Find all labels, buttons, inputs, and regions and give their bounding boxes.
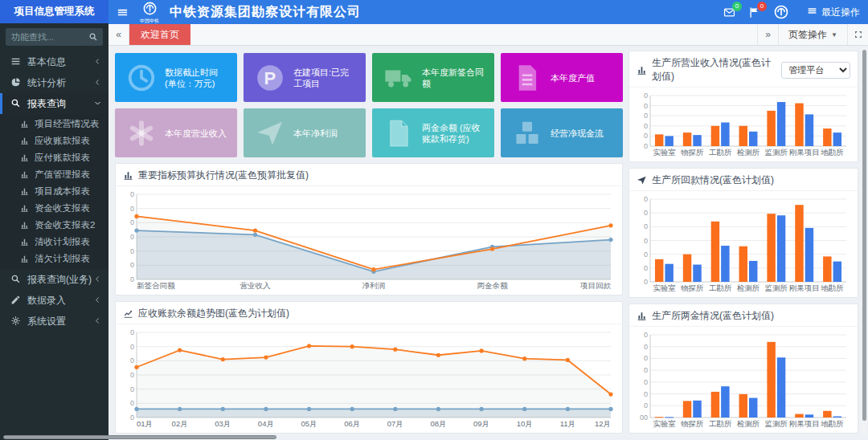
hamburger-icon[interactable] bbox=[108, 0, 136, 24]
sidebar-subitem-6[interactable]: 资金收支报表2 bbox=[0, 217, 108, 234]
sidebar-subitem-3[interactable]: 产值管理报表 bbox=[0, 166, 108, 183]
svg-text:项目回款: 项目回款 bbox=[579, 281, 612, 290]
svg-text:新签合同额: 新签合同额 bbox=[137, 281, 175, 290]
tab-welcome-home[interactable]: 欢迎首页 bbox=[129, 24, 190, 45]
svg-text:0: 0 bbox=[130, 275, 134, 283]
sidebar-subitem-label: 资金收支报表2 bbox=[35, 219, 95, 231]
svg-text:0: 0 bbox=[644, 122, 648, 130]
sidebar-submenu: 项目经营情况表应收账款报表应付账款报表产值管理报表项目成本报表资金收支报表资金收… bbox=[0, 114, 108, 269]
fullscreen-toggle-icon[interactable] bbox=[847, 24, 868, 45]
left-column: 数据截止时间(单位：万元)P在建项目:已完工项目本年度新签合同额本年度产值本年度… bbox=[115, 51, 623, 434]
svg-text:实验室: 实验室 bbox=[653, 148, 676, 157]
sidebar-subitem-5[interactable]: 资金收支报表 bbox=[0, 200, 108, 217]
svg-text:0: 0 bbox=[130, 261, 134, 269]
svg-text:0: 0 bbox=[644, 195, 648, 203]
bar-chart-icon bbox=[20, 187, 29, 196]
bar-chart-icon bbox=[20, 153, 29, 162]
svg-text:0: 0 bbox=[644, 112, 648, 120]
platform-select[interactable]: 管理平台 bbox=[781, 62, 850, 79]
prod-revenue-chart: 000000实验室物探所工勘所检测所监测所刚果项目地勘所 bbox=[633, 89, 853, 158]
sidebar-subitem-1[interactable]: 应收账款报表 bbox=[0, 132, 108, 149]
svg-text:04月: 04月 bbox=[258, 419, 274, 428]
mail-icon[interactable]: 0 bbox=[723, 6, 735, 18]
bar-chart-icon bbox=[637, 65, 647, 75]
svg-text:检测所: 检测所 bbox=[737, 419, 760, 428]
kpi-card-label: 本年度营业收入 bbox=[165, 128, 227, 139]
panel-receivable-trend: 应收账款余额趋势图(蓝色为计划值) 000000001月02月03月04月05月… bbox=[115, 301, 623, 434]
svg-text:监测所: 监测所 bbox=[765, 148, 788, 157]
gear-icon bbox=[10, 316, 21, 326]
sidebar-subitem-7[interactable]: 清收计划报表 bbox=[0, 234, 108, 251]
kpi-card-6[interactable]: 两金余额 (应收账款和存货) bbox=[372, 108, 494, 157]
kpi-card-1[interactable]: P在建项目:已完工项目 bbox=[244, 53, 366, 102]
bars-icon bbox=[807, 6, 817, 16]
topbar-right: 0 0 最近操作 bbox=[723, 4, 860, 20]
company-logo: 中国中铁 bbox=[136, 1, 163, 23]
panel-prod-revenue: 生产所营业收入情况(蓝色计划值) 管理平台 000000实验室物探所工勘所检测所… bbox=[628, 51, 858, 162]
svg-text:0: 0 bbox=[644, 142, 648, 150]
sidebar-item-1[interactable]: 统计分析 bbox=[0, 72, 108, 93]
scroll-tabs-right-button[interactable]: » bbox=[757, 24, 778, 45]
sidebar-item-2[interactable]: 报表查询 bbox=[0, 93, 108, 114]
svg-text:0: 0 bbox=[130, 233, 134, 241]
sidebar-subitem-4[interactable]: 项目成本报表 bbox=[0, 183, 108, 200]
scroll-tabs-left-button[interactable]: « bbox=[108, 24, 129, 45]
sidebar-item-3[interactable]: 报表查询(业务) bbox=[0, 269, 108, 290]
sidebar-subitem-label: 项目成本报表 bbox=[35, 185, 90, 198]
emblem-icon[interactable] bbox=[773, 4, 789, 20]
kpi-card-5[interactable]: 本年净利润 bbox=[244, 108, 366, 157]
search-input[interactable] bbox=[6, 28, 84, 46]
kpi-card-3[interactable]: 本年度产值 bbox=[501, 53, 623, 102]
tab-operations-dropdown[interactable]: 页签操作 ▼ bbox=[778, 24, 847, 45]
kpi-card-label: 两金余额 (应收账款和存货) bbox=[422, 122, 486, 145]
expand-icon bbox=[854, 30, 863, 39]
emblem-icon bbox=[142, 1, 158, 16]
sidebar-item-label: 报表查询(业务) bbox=[27, 273, 94, 287]
flag-icon[interactable]: 0 bbox=[748, 6, 760, 18]
svg-text:0: 0 bbox=[644, 390, 648, 398]
mail-badge: 0 bbox=[732, 2, 742, 11]
horizontal-scrollbar-thumb[interactable] bbox=[3, 435, 276, 439]
sidebar-subitem-0[interactable]: 项目经营情况表 bbox=[0, 116, 108, 132]
sidebar-item-5[interactable]: 系统设置 bbox=[0, 311, 108, 332]
svg-text:06月: 06月 bbox=[344, 419, 360, 428]
svg-text:09月: 09月 bbox=[473, 419, 489, 428]
sidebar-subitem-2[interactable]: 应付账款报表 bbox=[0, 149, 108, 166]
svg-text:监测所: 监测所 bbox=[765, 283, 788, 292]
kpi-card-label: 本年度产值 bbox=[551, 72, 595, 84]
bar-chart-icon bbox=[20, 136, 29, 145]
bar-chart-icon bbox=[20, 170, 29, 179]
kpi-card-4[interactable]: 本年度营业收入 bbox=[115, 108, 237, 157]
flag-badge: 0 bbox=[757, 2, 767, 11]
bar-chart-icon bbox=[123, 170, 133, 181]
vertical-scrollbar-thumb[interactable] bbox=[862, 50, 866, 421]
svg-text:检测所: 检测所 bbox=[737, 148, 760, 157]
prod-two-funds-chart: 000000000实验室物探所工勘所检测所监测所刚果项目地勘所 bbox=[633, 328, 853, 430]
sidebar-item-4[interactable]: 数据录入 bbox=[0, 290, 108, 311]
document-icon bbox=[512, 63, 542, 93]
svg-text:0: 0 bbox=[644, 401, 648, 409]
svg-text:0: 0 bbox=[130, 399, 134, 407]
sidebar-item-0[interactable]: 基本信息 bbox=[0, 51, 108, 72]
svg-text:地勘所: 地勘所 bbox=[820, 148, 844, 157]
sidebar-item-label: 报表查询 bbox=[27, 97, 94, 111]
chevron-left-icon bbox=[94, 79, 101, 86]
sidebar-subitem-label: 应收账款报表 bbox=[35, 135, 90, 147]
receivable-trend-chart: 000000001月02月03月04月05月06月07月08月09月10月11月… bbox=[119, 326, 617, 430]
sidebar-subitem-8[interactable]: 清欠计划报表 bbox=[0, 251, 108, 267]
recent-operations-button[interactable]: 最近操作 bbox=[807, 6, 860, 19]
search-icon[interactable] bbox=[84, 28, 103, 46]
kpi-card-7[interactable]: 经营净现金流 bbox=[501, 108, 623, 157]
line-chart-icon bbox=[123, 308, 133, 319]
bar-chart-icon bbox=[637, 65, 647, 75]
svg-text:07月: 07月 bbox=[387, 419, 403, 428]
kpi-card-0[interactable]: 数据截止时间(单位：万元) bbox=[115, 53, 237, 102]
sidebar-subitem-label: 项目经营情况表 bbox=[35, 118, 100, 130]
topbar: 中国中铁 中铁资源集团勘察设计有限公司 0 0 最近操作 bbox=[108, 0, 868, 24]
paper-plane-icon bbox=[637, 175, 647, 185]
kpi-card-label: 数据截止时间(单位：万元) bbox=[165, 67, 229, 89]
svg-text:02月: 02月 bbox=[172, 419, 188, 428]
kpi-card-2[interactable]: 本年度新签合同额 bbox=[372, 53, 494, 102]
svg-text:物探所: 物探所 bbox=[681, 148, 704, 157]
svg-text:0: 0 bbox=[130, 385, 134, 393]
